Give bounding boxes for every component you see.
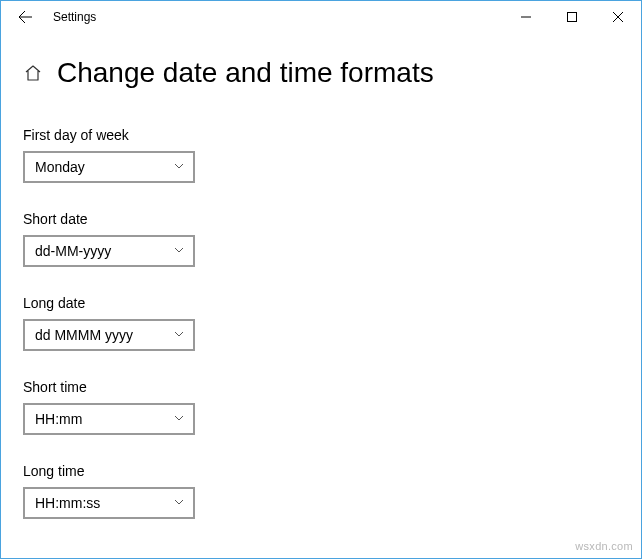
field-label: Long time	[23, 463, 619, 479]
window-title: Settings	[53, 10, 96, 24]
field-label: First day of week	[23, 127, 619, 143]
combo-value: Monday	[35, 159, 85, 175]
field-long-date: Long date dd MMMM yyyy	[23, 295, 619, 351]
field-label: Long date	[23, 295, 619, 311]
svg-rect-0	[568, 13, 577, 22]
home-icon[interactable]	[23, 63, 43, 83]
first-day-of-week-dropdown[interactable]: Monday	[23, 151, 195, 183]
minimize-button[interactable]	[503, 1, 549, 33]
titlebar: Settings	[1, 1, 641, 33]
field-label: Short date	[23, 211, 619, 227]
combo-value: dd MMMM yyyy	[35, 327, 133, 343]
chevron-down-icon	[173, 494, 185, 512]
combo-value: HH:mm:ss	[35, 495, 100, 511]
field-short-date: Short date dd-MM-yyyy	[23, 211, 619, 267]
window-controls	[503, 1, 641, 33]
back-arrow-icon[interactable]	[17, 9, 33, 25]
page-header: Change date and time formats	[23, 57, 619, 89]
chevron-down-icon	[173, 326, 185, 344]
titlebar-left: Settings	[5, 9, 96, 25]
page-title: Change date and time formats	[57, 57, 434, 89]
long-date-dropdown[interactable]: dd MMMM yyyy	[23, 319, 195, 351]
field-first-day-of-week: First day of week Monday	[23, 127, 619, 183]
field-short-time: Short time HH:mm	[23, 379, 619, 435]
field-label: Short time	[23, 379, 619, 395]
combo-value: HH:mm	[35, 411, 82, 427]
chevron-down-icon	[173, 410, 185, 428]
short-date-dropdown[interactable]: dd-MM-yyyy	[23, 235, 195, 267]
watermark: wsxdn.com	[575, 540, 633, 552]
short-time-dropdown[interactable]: HH:mm	[23, 403, 195, 435]
chevron-down-icon	[173, 158, 185, 176]
long-time-dropdown[interactable]: HH:mm:ss	[23, 487, 195, 519]
maximize-button[interactable]	[549, 1, 595, 33]
field-long-time: Long time HH:mm:ss	[23, 463, 619, 519]
combo-value: dd-MM-yyyy	[35, 243, 111, 259]
close-button[interactable]	[595, 1, 641, 33]
chevron-down-icon	[173, 242, 185, 260]
content-area: Change date and time formats First day o…	[1, 33, 641, 519]
